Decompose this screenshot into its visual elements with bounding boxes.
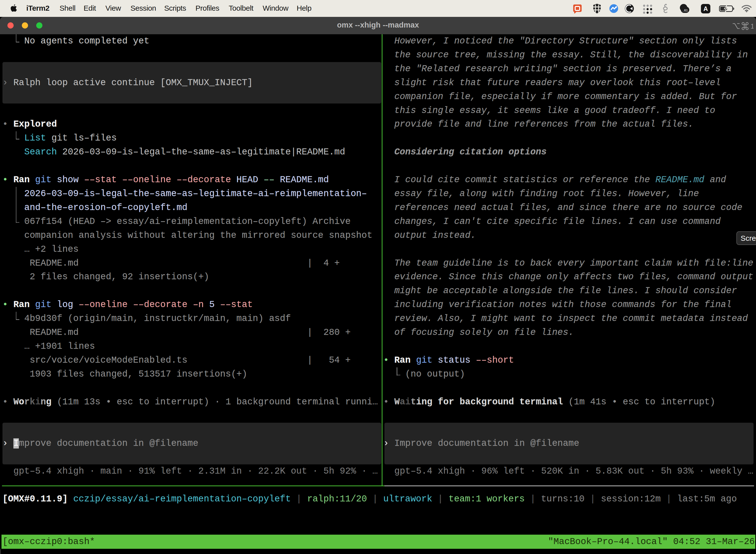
svg-text:A: A bbox=[703, 5, 708, 12]
svg-text:..61: ..61 bbox=[682, 8, 688, 12]
svg-text:1: 1 bbox=[751, 22, 754, 30]
